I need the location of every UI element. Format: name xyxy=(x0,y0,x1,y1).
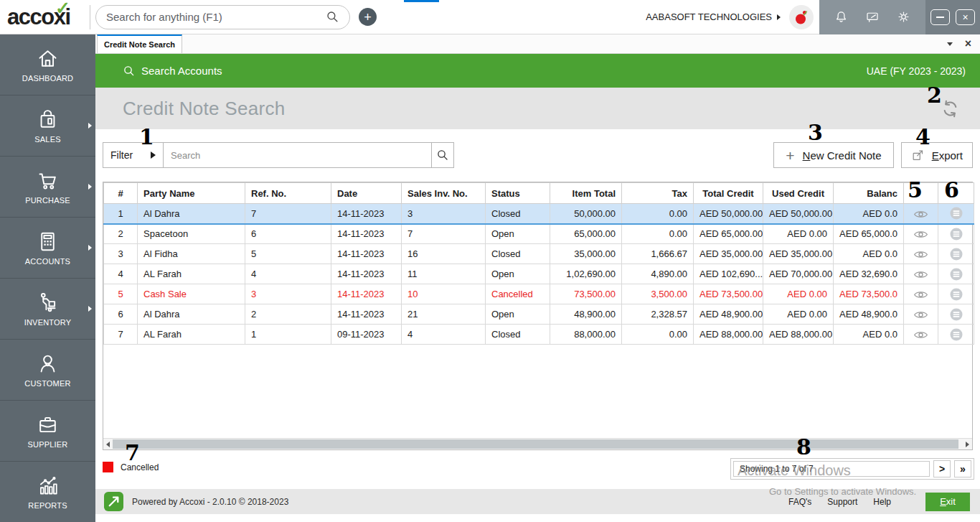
header-num[interactable]: # xyxy=(104,183,138,204)
new-credit-note-button[interactable]: + New Credit Note xyxy=(773,142,893,168)
list-search-input[interactable] xyxy=(164,142,432,168)
sidebar-item-accounts[interactable]: ACCOUNTS xyxy=(0,218,95,279)
header-used-credit[interactable]: Used Credit xyxy=(763,183,834,204)
table-header-row: # Party Name Ref. No. Date Sales Inv. No… xyxy=(104,183,974,204)
cell-tax: 0.00 xyxy=(622,204,694,224)
page-header: Credit Note Search xyxy=(95,88,980,129)
sidebar-item-purchase[interactable]: PURCHASE xyxy=(0,157,95,218)
row-actions-menu-button[interactable] xyxy=(938,284,974,304)
pagination-summary: Showing 1 to 7 of 7 xyxy=(733,461,930,477)
view-credit-note-button[interactable] xyxy=(904,284,938,304)
cell-total_credit: AED 50,000.00 xyxy=(694,204,763,224)
cell-inv: 11 xyxy=(402,264,486,284)
cell-inv: 21 xyxy=(402,304,486,325)
close-button[interactable]: × xyxy=(956,9,975,25)
export-button[interactable]: Export xyxy=(901,142,973,168)
cell-ref: 7 xyxy=(245,204,331,224)
cell-date: 09-11-2023 xyxy=(331,325,402,345)
tab-list-dropdown-icon[interactable] xyxy=(947,42,953,46)
header-tax[interactable]: Tax xyxy=(622,183,694,204)
view-credit-note-button[interactable] xyxy=(904,304,938,325)
sidebar-item-reports[interactable]: REPORTS xyxy=(0,462,95,522)
minimize-button[interactable] xyxy=(930,9,950,25)
row-actions-menu-button[interactable] xyxy=(938,204,974,224)
scroll-left-arrow[interactable] xyxy=(103,439,113,449)
view-eye-icon xyxy=(913,250,928,259)
row-actions-menu-button[interactable] xyxy=(938,244,974,264)
cell-ref: 6 xyxy=(245,224,331,244)
sidebar-item-sales[interactable]: SALES xyxy=(0,95,95,157)
tab-close-icon[interactable]: × xyxy=(965,38,971,50)
header-date[interactable]: Date xyxy=(331,183,402,204)
notifications-bell-icon[interactable] xyxy=(834,9,849,24)
cell-party: Al Dahra xyxy=(138,304,245,325)
header-balance[interactable]: Balanc xyxy=(834,183,904,204)
sidebar-item-inventory[interactable]: INVENTORY xyxy=(0,279,95,340)
cell-tax: 1,666.67 xyxy=(622,244,694,264)
sidebar-item-customer[interactable]: CUSTOMER xyxy=(0,340,95,401)
credit-note-row[interactable]: 6Al Dahra214-11-202321Open48,900.002,328… xyxy=(104,304,974,325)
list-search-button[interactable] xyxy=(432,142,454,168)
scrollbar-thumb[interactable] xyxy=(113,439,958,449)
cell-total_credit: AED 48,900.00 xyxy=(694,304,763,325)
cell-party: AL Farah xyxy=(138,264,245,284)
credit-note-row[interactable]: 2Spacetoon614-11-20237Open65,000.000.00A… xyxy=(104,224,974,244)
cell-tax: 3,500.00 xyxy=(622,284,694,304)
faqs-link[interactable]: FAQ's xyxy=(788,497,811,507)
sidebar-item-dashboard[interactable]: DASHBOARD xyxy=(0,34,95,95)
header-view-column xyxy=(904,183,938,204)
cell-date: 14-11-2023 xyxy=(331,284,402,304)
cell-num: 4 xyxy=(104,264,138,284)
row-actions-menu-button[interactable] xyxy=(938,325,974,345)
header-sales-inv-no[interactable]: Sales Inv. No. xyxy=(402,183,486,204)
cell-num: 7 xyxy=(104,325,138,345)
next-page-button[interactable]: > xyxy=(933,460,951,477)
row-actions-menu-button[interactable] xyxy=(938,304,974,325)
credit-note-row[interactable]: 4AL Farah414-11-202311Open1,02,690.004,8… xyxy=(104,264,974,284)
credit-note-row[interactable]: 3Al Fidha514-11-202316Closed35,000.001,6… xyxy=(104,244,974,264)
view-credit-note-button[interactable] xyxy=(904,244,938,264)
header-status[interactable]: Status xyxy=(486,183,550,204)
row-actions-menu-button[interactable] xyxy=(938,224,974,244)
view-credit-note-button[interactable] xyxy=(904,264,938,284)
org-avatar[interactable] xyxy=(789,5,814,29)
settings-gear-icon[interactable] xyxy=(896,9,911,24)
fiscal-year-label: UAE (FY 2023 - 2023) xyxy=(867,65,966,77)
cell-used_credit: AED 0.00 xyxy=(763,224,834,244)
tab-credit-note-search[interactable]: Credit Note Search xyxy=(97,34,182,53)
cell-total_credit: AED 73,500.00 xyxy=(694,284,763,304)
view-credit-note-button[interactable] xyxy=(904,325,938,345)
view-credit-note-button[interactable] xyxy=(904,224,938,244)
sidebar-item-supplier[interactable]: SUPPLIER xyxy=(0,401,95,462)
support-link[interactable]: Support xyxy=(827,497,857,507)
last-page-button[interactable]: » xyxy=(954,460,971,477)
exit-button[interactable]: Exit xyxy=(925,493,970,511)
cell-ref: 3 xyxy=(245,284,331,304)
organization-selector[interactable]: AABASOFT TECHNOLOGIES xyxy=(646,11,781,22)
header-total-credit[interactable]: Total Credit xyxy=(694,183,763,204)
quick-add-button[interactable]: + xyxy=(359,8,377,26)
row-menu-icon xyxy=(950,308,963,321)
horizontal-scrollbar[interactable] xyxy=(103,438,972,449)
credit-note-row[interactable]: 5Cash Sale314-11-202310Cancelled73,500.0… xyxy=(104,284,974,304)
header-item-total[interactable]: Item Total xyxy=(550,183,622,204)
search-icon[interactable] xyxy=(326,10,339,24)
refresh-icon[interactable] xyxy=(941,99,960,118)
global-search-input[interactable] xyxy=(106,11,326,23)
messages-chat-icon[interactable] xyxy=(864,9,880,24)
view-eye-icon xyxy=(913,290,928,299)
header-party-name[interactable]: Party Name xyxy=(138,183,245,204)
header-ref-no[interactable]: Ref. No. xyxy=(245,183,331,204)
help-link[interactable]: Help xyxy=(873,497,891,507)
row-menu-icon xyxy=(950,328,963,341)
organization-name: AABASOFT TECHNOLOGIES xyxy=(646,11,772,22)
scroll-right-arrow[interactable] xyxy=(963,439,972,449)
filter-button[interactable]: Filter xyxy=(103,142,164,168)
cell-status: Closed xyxy=(486,244,550,264)
credit-note-row[interactable]: 1Al Dahra714-11-20233Closed50,000.000.00… xyxy=(104,204,974,224)
global-search[interactable] xyxy=(95,5,350,29)
credit-note-row[interactable]: 7AL Farah109-11-20234Closed88,000.000.00… xyxy=(104,325,974,345)
view-credit-note-button[interactable] xyxy=(904,204,938,224)
row-actions-menu-button[interactable] xyxy=(938,264,974,284)
cell-total_credit: AED 102,690.... xyxy=(694,264,763,284)
